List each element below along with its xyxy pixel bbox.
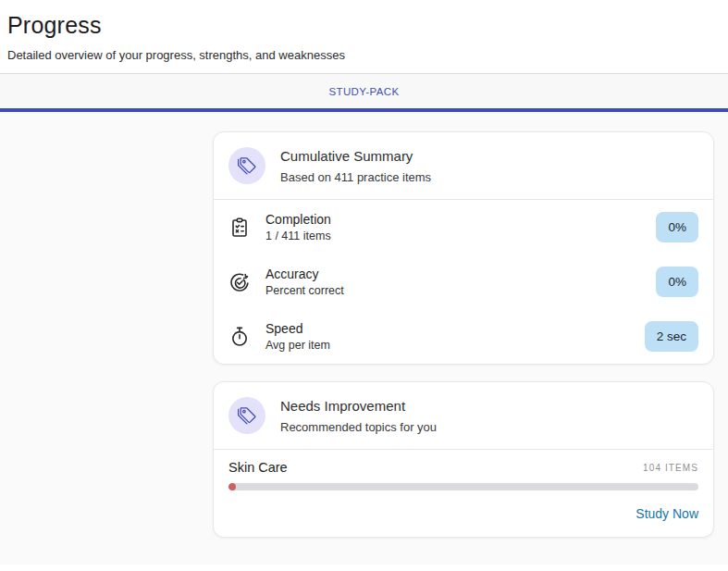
cumulative-summary-card: Cumulative Summary Based on 411 practice… — [213, 131, 714, 365]
tab-study-pack[interactable]: STUDY-PACK — [314, 77, 413, 106]
content-area: Cumulative Summary Based on 411 practice… — [0, 112, 728, 565]
improvement-card-header: Needs Improvement Recommended topics for… — [214, 382, 713, 449]
metric-subtext: Percent correct — [265, 284, 344, 297]
clipboard-check-icon — [228, 217, 251, 239]
metric-row-accuracy: Accuracy Percent correct 0% — [214, 254, 713, 309]
page-title: Progress — [7, 12, 721, 39]
stopwatch-icon — [228, 326, 251, 348]
summary-card-header: Cumulative Summary Based on 411 practice… — [214, 132, 713, 199]
metric-row-completion: Completion 1 / 411 items 0% — [214, 200, 713, 254]
accuracy-value-badge: 0% — [656, 267, 698, 297]
page-header: Progress Detailed overview of your progr… — [0, 0, 728, 73]
metric-subtext: 1 / 411 items — [265, 230, 331, 242]
tab-bar: STUDY-PACK — [0, 74, 728, 108]
improvement-card-title: Needs Improvement — [280, 398, 437, 414]
metric-row-speed: Speed Avg per item 2 sec — [214, 309, 713, 364]
topic-progress-fill — [228, 483, 236, 490]
topic-item-count: 104 ITEMS — [643, 463, 698, 473]
summary-card-subtitle: Based on 411 practice items — [280, 170, 431, 184]
improvement-card-footer: Study Now — [214, 490, 713, 537]
page-subtitle: Detailed overview of your progress, stre… — [7, 48, 721, 62]
metric-label: Speed — [265, 321, 330, 336]
metric-label: Accuracy — [265, 267, 344, 281]
needs-improvement-card: Needs Improvement Recommended topics for… — [213, 381, 714, 538]
topic-row-skin-care: Skin Care 104 ITEMS — [214, 450, 713, 490]
tags-icon — [228, 397, 265, 434]
metric-label: Completion — [265, 212, 331, 227]
topic-name: Skin Care — [228, 460, 288, 475]
completion-value-badge: 0% — [656, 212, 698, 242]
metric-subtext: Avg per item — [265, 339, 330, 352]
topic-progress-bar — [228, 483, 698, 490]
speed-value-badge: 2 sec — [645, 321, 698, 352]
tags-icon — [228, 147, 265, 184]
target-check-icon — [228, 271, 251, 293]
summary-card-title: Cumulative Summary — [280, 148, 431, 164]
study-now-link[interactable]: Study Now — [635, 506, 698, 521]
improvement-card-subtitle: Recommended topics for you — [280, 420, 437, 434]
